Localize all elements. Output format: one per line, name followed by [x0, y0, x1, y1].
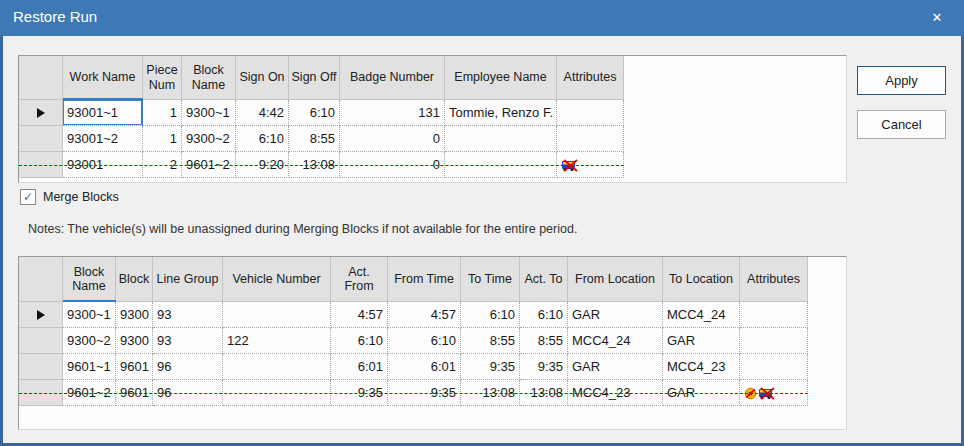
grid-cell[interactable]: 4:57	[388, 302, 461, 328]
grid-cell[interactable]	[223, 302, 331, 328]
grid-cell[interactable]: GAR	[568, 302, 663, 328]
column-header-7[interactable]: Attributes	[557, 56, 624, 100]
grid-cell[interactable]: 93001~2	[63, 126, 143, 152]
grid-cell[interactable]: Tommie, Renzo F.	[445, 100, 557, 126]
grid-cell[interactable]	[740, 354, 808, 380]
grid-cell[interactable]: MCC4_23	[568, 380, 663, 406]
grid-cell[interactable]: 96	[153, 354, 223, 380]
column-header-3[interactable]: Sign On	[236, 56, 289, 100]
grid-cell[interactable]	[557, 152, 624, 178]
column-header-8[interactable]: From Location	[568, 257, 663, 302]
grid-cell[interactable]: 0	[340, 152, 445, 178]
grid-cell[interactable]: 9300~1	[182, 100, 236, 126]
grid-cell[interactable]: MCC4_24	[568, 328, 663, 354]
row-selector[interactable]	[19, 354, 63, 380]
grid-cell[interactable]: 93	[153, 328, 223, 354]
grid-cell[interactable]: 6:10	[388, 328, 461, 354]
grid-cell[interactable]: 13:08	[520, 380, 568, 406]
row-selector[interactable]	[19, 302, 63, 328]
grid-cell[interactable]: 9:20	[236, 152, 289, 178]
grid-cell[interactable]	[557, 100, 624, 126]
grid-cell[interactable]	[223, 380, 331, 406]
grid-cell[interactable]: 9601~2	[182, 152, 236, 178]
column-header-6[interactable]: Employee Name	[445, 56, 557, 100]
grid-cell[interactable]: 8:55	[289, 126, 340, 152]
grid-cell[interactable]: 6:10	[461, 302, 520, 328]
grid-cell[interactable]: 9:35	[520, 354, 568, 380]
column-header-2[interactable]: Line Group	[153, 257, 223, 302]
grid-cell[interactable]: 6:10	[520, 302, 568, 328]
column-header-0[interactable]: Block Name	[63, 257, 116, 302]
column-header-0[interactable]: Work Name	[63, 56, 143, 100]
row-selector[interactable]	[19, 328, 63, 354]
row-selector[interactable]	[19, 152, 63, 178]
current-row-arrow-icon	[37, 108, 45, 118]
grid-cell[interactable]: 8:55	[461, 328, 520, 354]
grid-cell[interactable]: 13:08	[461, 380, 520, 406]
column-header-5[interactable]: Badge Number	[340, 56, 445, 100]
grid-cell[interactable]: 9300~2	[182, 126, 236, 152]
grid-cell[interactable]: 9601	[116, 354, 153, 380]
grid-cell[interactable]: 2	[143, 152, 182, 178]
grid-cell[interactable]: 4:57	[331, 302, 388, 328]
grid-cell[interactable]: 9601~2	[63, 380, 116, 406]
grid-cell[interactable]	[740, 302, 808, 328]
grid-cell[interactable]: 9300	[116, 302, 153, 328]
grid-cell[interactable]: GAR	[568, 354, 663, 380]
grid-cell[interactable]: 6:10	[289, 100, 340, 126]
column-header-10[interactable]: Attributes	[740, 257, 808, 302]
grid-cell[interactable]: 1	[143, 100, 182, 126]
column-header-1[interactable]: Piece Num	[143, 56, 182, 100]
table-row: 9300~29300931226:106:108:558:55MCC4_24GA…	[19, 328, 846, 354]
grid-cell[interactable]	[740, 380, 808, 406]
grid-cell[interactable]: MCC4_24	[663, 302, 740, 328]
grid-cell[interactable]: 6:10	[236, 126, 289, 152]
grid-cell[interactable]: 9:35	[388, 380, 461, 406]
grid-cell[interactable]: GAR	[663, 380, 740, 406]
grid-cell[interactable]: 8:55	[520, 328, 568, 354]
grid-cell[interactable]: 93001~1	[63, 100, 143, 126]
column-header-7[interactable]: Act. To	[520, 257, 568, 302]
column-header-3[interactable]: Vehicle Number	[223, 257, 331, 302]
grid-cell[interactable]: 9601	[116, 380, 153, 406]
grid-cell[interactable]	[445, 152, 557, 178]
column-header-2[interactable]: Block Name	[182, 56, 236, 100]
grid-cell[interactable]: 6:10	[331, 328, 388, 354]
grid-cell[interactable]: 13:08	[289, 152, 340, 178]
row-selector[interactable]	[19, 100, 63, 126]
grid-cell[interactable]: 1	[143, 126, 182, 152]
column-header-9[interactable]: To Location	[663, 257, 740, 302]
cancel-button[interactable]: Cancel	[857, 110, 946, 139]
grid-cell[interactable]: 6:01	[388, 354, 461, 380]
grid-cell[interactable]: 9300~2	[63, 328, 116, 354]
column-header-4[interactable]: Act. From	[331, 257, 388, 302]
grid-cell[interactable]	[445, 126, 557, 152]
grid-cell[interactable]	[740, 328, 808, 354]
column-header-5[interactable]: From Time	[388, 257, 461, 302]
grid-cell[interactable]: 93001	[63, 152, 143, 178]
grid-cell[interactable]: 9300~1	[63, 302, 116, 328]
row-selector[interactable]	[19, 380, 63, 406]
grid-cell[interactable]: 96	[153, 380, 223, 406]
row-selector[interactable]	[19, 126, 63, 152]
column-header-4[interactable]: Sign Off	[289, 56, 340, 100]
apply-button[interactable]: Apply	[857, 66, 946, 95]
column-header-6[interactable]: To Time	[461, 257, 520, 302]
grid-cell[interactable]: 9:35	[331, 380, 388, 406]
merge-blocks-checkbox[interactable]: ✓ Merge Blocks	[20, 189, 119, 205]
grid-cell[interactable]: 131	[340, 100, 445, 126]
grid-cell[interactable]	[223, 354, 331, 380]
close-icon[interactable]: ✕	[924, 9, 950, 27]
grid-cell[interactable]: 122	[223, 328, 331, 354]
grid-cell[interactable]: 9300	[116, 328, 153, 354]
grid-cell[interactable]: 4:42	[236, 100, 289, 126]
grid-cell[interactable]: 93	[153, 302, 223, 328]
grid-cell[interactable]: 9601~1	[63, 354, 116, 380]
grid-cell[interactable]: GAR	[663, 328, 740, 354]
grid-cell[interactable]	[557, 126, 624, 152]
grid-cell[interactable]: 9:35	[461, 354, 520, 380]
grid-cell[interactable]: MCC4_23	[663, 354, 740, 380]
grid-cell[interactable]: 6:01	[331, 354, 388, 380]
column-header-1[interactable]: Block	[116, 257, 153, 302]
grid-cell[interactable]: 0	[340, 126, 445, 152]
